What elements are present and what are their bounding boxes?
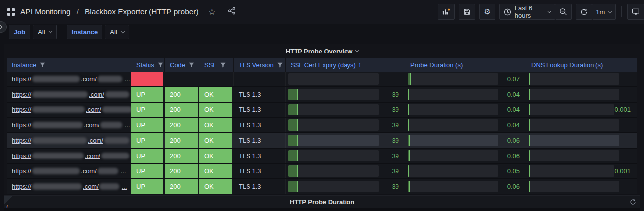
panel-title-menu[interactable]: HTTP Probe Overview bbox=[4, 44, 640, 58]
gauge-value: 39 bbox=[392, 121, 399, 129]
filter-icon[interactable] bbox=[158, 62, 163, 68]
gear-icon: ⚙ bbox=[484, 7, 491, 16]
favorite-star-icon[interactable]: ☆ bbox=[208, 7, 216, 17]
filter-icon[interactable] bbox=[40, 62, 45, 68]
chevron-down-icon bbox=[608, 9, 612, 13]
variable-instance-label[interactable]: Instance bbox=[67, 25, 103, 39]
tls-cell: TLS 1.3 bbox=[234, 149, 286, 163]
zoom-out-button[interactable] bbox=[555, 4, 572, 20]
probe-duration-cell: 0.05 bbox=[405, 164, 526, 178]
gauge-fill bbox=[408, 181, 410, 192]
probe-duration-cell: 0.04 bbox=[405, 118, 526, 132]
gauge-track bbox=[408, 73, 498, 85]
column-header-ssl[interactable]: SSL bbox=[199, 58, 234, 72]
variable-instance-value-dropdown[interactable]: All bbox=[105, 25, 129, 39]
panel-body bbox=[4, 208, 640, 211]
gauge-track bbox=[288, 89, 379, 100]
gauge-value: 0.04 bbox=[507, 121, 520, 129]
gauge-track bbox=[529, 135, 619, 146]
top-nav: API Monitoring / Blackbox Exporter (HTTP… bbox=[0, 0, 644, 24]
code-cell: 200 bbox=[165, 164, 198, 178]
variable-job-value-dropdown[interactable]: All bbox=[33, 25, 56, 39]
instance-link[interactable]: https://.com/... bbox=[12, 183, 127, 190]
share-icon[interactable] bbox=[228, 7, 236, 17]
dashboard-title: Blackbox Exporter (HTTP prober) bbox=[85, 7, 198, 16]
status-cell: UP bbox=[131, 179, 163, 194]
gauge-fill bbox=[408, 119, 409, 131]
code-cell: 200 bbox=[165, 179, 198, 194]
breadcrumb-folder[interactable]: API Monitoring bbox=[20, 7, 71, 16]
url-prefix: https:// bbox=[12, 121, 31, 129]
ssl-cell: OK bbox=[199, 179, 232, 194]
ssl-cell bbox=[199, 72, 234, 86]
gauge-fill bbox=[408, 165, 409, 177]
panel-title-menu[interactable]: HTTP Probe Duration bbox=[4, 196, 640, 208]
url-ellipsis: ... bbox=[125, 121, 130, 129]
instance-link[interactable]: https://.com/... bbox=[12, 106, 131, 113]
gauge-value: 0.06 bbox=[507, 152, 520, 159]
code-cell: 200 bbox=[165, 118, 198, 132]
url-domain-suffix: .com/ bbox=[89, 91, 104, 98]
instance-cell: https://.com/... bbox=[7, 179, 131, 194]
column-header-probe-duration-s[interactable]: Probe Duration (s) bbox=[405, 58, 526, 72]
variable-job-label[interactable]: Job bbox=[9, 25, 30, 39]
refresh-interval-dropdown[interactable]: 1m bbox=[592, 4, 616, 20]
gauge-track bbox=[288, 73, 379, 85]
gauge-track bbox=[529, 165, 614, 177]
filter-icon[interactable] bbox=[220, 62, 226, 68]
add-panel-button[interactable] bbox=[438, 4, 455, 20]
url-prefix: https:// bbox=[12, 167, 31, 175]
instance-cell: https://.com/. bbox=[7, 87, 131, 102]
url-domain-suffix: .com/ bbox=[88, 137, 103, 144]
settings-button[interactable]: ⚙ bbox=[479, 4, 495, 20]
gauge-track bbox=[529, 150, 619, 161]
time-range-label: Last 6 hours bbox=[515, 4, 545, 19]
time-range-picker[interactable]: Last 6 hours bbox=[499, 4, 555, 20]
status-cell: UP bbox=[131, 164, 163, 178]
column-header-instance[interactable]: Instance bbox=[7, 58, 131, 72]
instance-link[interactable]: https://.com/.. bbox=[12, 137, 131, 144]
ssl-cell: OK bbox=[199, 164, 232, 178]
column-header-code[interactable]: Code bbox=[165, 58, 199, 72]
column-label: Status bbox=[136, 61, 154, 69]
kiosk-mode-button[interactable] bbox=[627, 4, 644, 20]
filter-icon[interactable] bbox=[189, 62, 194, 68]
gauge-fill bbox=[529, 181, 530, 192]
gauge-fill bbox=[529, 165, 530, 177]
column-header-tls-version[interactable]: TLS Version bbox=[234, 58, 286, 72]
redacted-host bbox=[32, 137, 87, 144]
dns-duration-cell bbox=[526, 72, 637, 86]
instance-link[interactable]: https://.com/. bbox=[12, 91, 131, 98]
column-label: TLS Version bbox=[239, 61, 274, 69]
gauge-fill bbox=[288, 135, 298, 146]
instance-link[interactable]: https://.com/... bbox=[12, 75, 130, 83]
instance-link[interactable]: https://.com/... bbox=[12, 167, 126, 175]
refresh-button[interactable] bbox=[576, 4, 592, 20]
column-header-dns-lookup-duration-s[interactable]: DNS Lookup Duration (s) bbox=[526, 58, 637, 72]
panel-http-probe-duration: i HTTP Probe Duration bbox=[4, 195, 640, 211]
table-body: https://.com/... 0.07 https://.com/. UP … bbox=[7, 72, 637, 194]
tls-cell bbox=[234, 72, 286, 86]
instance-link[interactable]: https://.com/... bbox=[12, 121, 130, 129]
save-dashboard-button[interactable] bbox=[459, 4, 475, 20]
code-cell: 200 bbox=[165, 133, 198, 148]
filter-icon[interactable] bbox=[277, 62, 283, 68]
url-ellipsis: ... bbox=[121, 167, 126, 175]
instance-link[interactable]: https://.com/... bbox=[12, 152, 131, 159]
redacted-path bbox=[101, 153, 129, 159]
monitor-icon bbox=[632, 8, 640, 16]
status-cell: UP bbox=[131, 103, 163, 117]
column-header-ssl-cert-expiry-days[interactable]: SSL Cert Expiry (days)↑ bbox=[286, 58, 405, 72]
redacted-path bbox=[105, 91, 129, 98]
gauge-track bbox=[408, 119, 498, 131]
url-ellipsis: ... bbox=[125, 75, 130, 83]
apps-icon[interactable] bbox=[7, 8, 15, 16]
column-header-status[interactable]: Status bbox=[131, 58, 165, 72]
status-cell bbox=[131, 72, 163, 86]
column-label: DNS Lookup Duration (s) bbox=[531, 61, 603, 69]
breadcrumb-separator: / bbox=[76, 7, 80, 16]
gauge-fill bbox=[408, 150, 410, 161]
gauge-track bbox=[288, 165, 379, 177]
tls-cell: TLS 1.3 bbox=[234, 164, 286, 178]
url-ellipsis: ... bbox=[122, 183, 127, 190]
